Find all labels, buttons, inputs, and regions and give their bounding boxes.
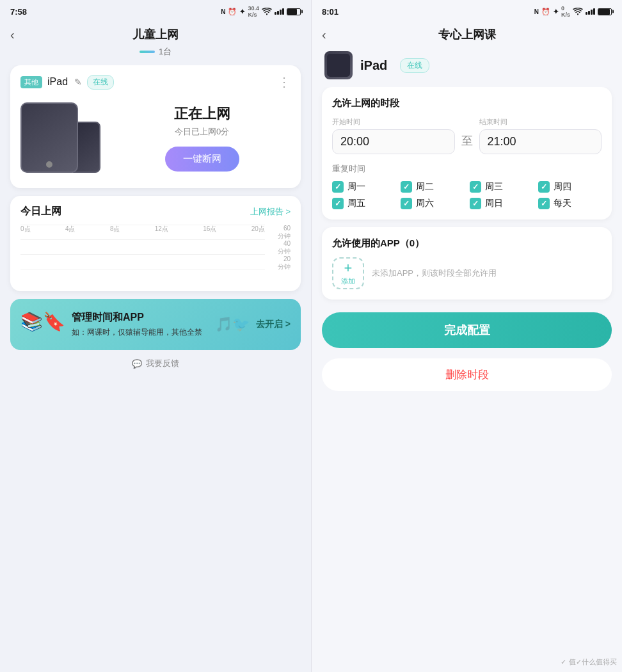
chart-grid-line — [20, 239, 265, 240]
chart-y-label-40: 40分钟 — [278, 240, 291, 255]
chart-grid-line — [20, 269, 265, 269]
weekday-tuesday[interactable]: 周二 — [401, 181, 464, 193]
promo-sub: 如：网课时，仅猿辅导能用，其他全禁 — [72, 327, 202, 338]
left-battery-icon — [287, 8, 301, 15]
right-battery-icon — [598, 8, 612, 15]
right-wifi-icon — [573, 8, 583, 15]
weekday-saturday-label: 周六 — [416, 198, 434, 209]
end-time-label: 结束时间 — [479, 117, 602, 127]
status-main-text: 正在上网 — [113, 104, 291, 124]
time-row: 开始时间 20:00 至 结束时间 21:00 — [332, 117, 602, 154]
right-device-name: iPad — [360, 58, 387, 73]
count-dot — [140, 51, 155, 53]
device-tag: 其他 — [20, 76, 42, 88]
checkbox-saturday[interactable] — [401, 198, 412, 209]
chart-area: 60分钟 40分钟 20分钟 0点 4点 8点 12点 16点 20点 — [20, 225, 291, 282]
edit-icon[interactable]: ✎ — [74, 77, 82, 87]
add-app-label: 添加 — [341, 276, 355, 286]
right-back-button[interactable]: ‹ — [322, 28, 326, 42]
start-time-field: 开始时间 20:00 — [332, 117, 455, 154]
today-section-header: 今日上网 上网报告 > — [20, 205, 291, 218]
left-wifi-icon — [262, 8, 272, 15]
end-time-input[interactable]: 21:00 — [479, 129, 602, 154]
checkbox-everyday[interactable] — [538, 198, 550, 209]
right-time: 8:01 — [322, 7, 339, 17]
delete-period-button[interactable]: 删除时段 — [322, 358, 612, 391]
device-count-label: 1台 — [159, 46, 171, 58]
right-page-title: 专心上网课 — [438, 27, 496, 42]
promo-banner: 📚🔖 管理时间和APP 如：网课时，仅猿辅导能用，其他全禁 🎵🐦 去开启 > — [10, 299, 301, 350]
weekday-sunday-label: 周日 — [485, 198, 503, 209]
add-app-plus-icon: + — [344, 261, 353, 275]
chart-y-label-60: 60分钟 — [278, 225, 291, 240]
promo-left: 📚🔖 管理时间和APP 如：网课时，仅猿辅导能用，其他全禁 — [20, 311, 202, 338]
right-signal-icon — [586, 8, 595, 15]
promo-decorations: 🎵🐦 — [215, 299, 250, 350]
checkbox-thursday[interactable] — [538, 181, 550, 193]
right-alarm-icon: ⏰ — [541, 8, 550, 16]
left-signal-icon — [275, 8, 284, 15]
end-time-field: 结束时间 21:00 — [479, 117, 602, 154]
report-link[interactable]: 上网报告 > — [250, 206, 291, 218]
chart-y-labels: 60分钟 40分钟 20分钟 — [278, 225, 291, 269]
app-card-title: 允许使用的APP（0） — [332, 237, 602, 250]
app-hint-text: 未添加APP，则该时段全部允许用 — [372, 268, 602, 279]
weekday-monday[interactable]: 周一 — [332, 181, 395, 193]
promo-action-button[interactable]: 去开启 > — [256, 319, 291, 330]
weekday-friday-label: 周五 — [347, 198, 365, 209]
weekday-monday-label: 周一 — [347, 181, 365, 193]
weekday-friday[interactable]: 周五 — [332, 198, 395, 209]
left-alarm-icon: ⏰ — [228, 8, 237, 16]
complete-config-button[interactable]: 完成配置 — [322, 312, 612, 348]
watermark: ✓ 值✓什么值得买 — [561, 657, 617, 667]
right-device-header: iPad 在线 — [312, 46, 622, 87]
weekday-everyday[interactable]: 每天 — [538, 198, 602, 209]
right-header: ‹ 专心上网课 — [312, 20, 622, 46]
left-back-button[interactable]: ‹ — [10, 28, 15, 42]
device-card-header: 其他 iPad ✎ 在线 ⋮ — [20, 74, 291, 90]
checkbox-tuesday[interactable] — [401, 181, 412, 193]
online-badge: 在线 — [87, 75, 114, 90]
left-status-bar: 7:58 N ⏰ ✦ 30.4K/s — [0, 0, 311, 20]
time-separator: 至 — [461, 133, 473, 148]
repeat-label: 重复时间 — [332, 163, 602, 175]
left-panel: 7:58 N ⏰ ✦ 30.4K/s ‹ — [0, 0, 311, 672]
svg-point-0 — [266, 14, 267, 15]
right-bt-icon: ✦ — [553, 8, 559, 16]
right-scroll-content: 允许上网的时段 开始时间 20:00 至 结束时间 21:00 重复时间 周一 — [312, 87, 622, 672]
checkbox-monday[interactable] — [332, 181, 344, 193]
left-time: 7:58 — [10, 7, 27, 17]
weekday-everyday-label: 每天 — [554, 198, 571, 209]
feedback-icon: 💬 — [132, 359, 142, 369]
ipad-thumbnail — [324, 51, 353, 79]
weekday-saturday[interactable]: 周六 — [401, 198, 464, 209]
chart-grid-line — [20, 254, 265, 255]
weekday-wednesday[interactable]: 周三 — [470, 181, 533, 193]
weekday-sunday[interactable]: 周日 — [470, 198, 533, 209]
device-main-area: 正在上网 今日已上网0分 一键断网 — [20, 96, 291, 179]
schedule-title: 允许上网的时段 — [332, 97, 602, 109]
status-sub-text: 今日已上网0分 — [113, 126, 291, 138]
watermark-icon: ✓ — [561, 658, 566, 666]
checkbox-friday[interactable] — [332, 198, 344, 209]
app-card: 允许使用的APP（0） + 添加 未添加APP，则该时段全部允许用 — [322, 227, 612, 300]
left-speed: 30.4K/s — [248, 5, 259, 18]
left-scroll-content: 其他 iPad ✎ 在线 ⋮ 正在上网 今日已上网0分 一键断网 — [0, 65, 311, 672]
checkbox-sunday[interactable] — [470, 198, 481, 209]
device-label-group: 其他 iPad ✎ 在线 — [20, 75, 114, 90]
weekday-wednesday-label: 周三 — [485, 181, 503, 193]
right-panel: 8:01 N ⏰ ✦ 0K/s ‹ — [311, 0, 622, 672]
weekday-thursday[interactable]: 周四 — [538, 181, 602, 193]
promo-title: 管理时间和APP — [72, 311, 202, 324]
feedback-area[interactable]: 💬 我要反馈 — [0, 358, 311, 369]
start-time-input[interactable]: 20:00 — [332, 129, 455, 154]
add-app-button[interactable]: + 添加 — [332, 257, 364, 289]
disconnect-button[interactable]: 一键断网 — [165, 147, 239, 172]
weekday-thursday-label: 周四 — [554, 181, 571, 193]
right-network-indicator: N — [534, 8, 539, 15]
checkbox-wednesday[interactable] — [470, 181, 481, 193]
promo-text-area: 管理时间和APP 如：网课时，仅猿辅导能用，其他全禁 — [72, 311, 202, 338]
ipad-silhouette — [20, 102, 78, 173]
today-section-title: 今日上网 — [20, 205, 61, 218]
more-options-button[interactable]: ⋮ — [278, 74, 291, 90]
